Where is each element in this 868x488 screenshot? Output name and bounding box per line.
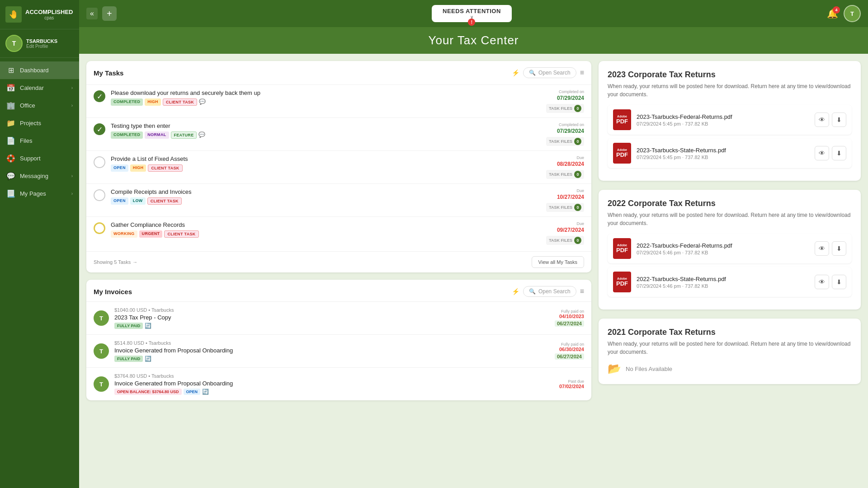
pdf-icon: Adobe PDF xyxy=(613,143,631,164)
table-row: Gather Compliance Records WORKING URGENT… xyxy=(86,216,591,249)
task-files-badge: TASK FILES 0 xyxy=(546,137,584,146)
task-files-badge: TASK FILES 0 xyxy=(546,203,584,212)
user-avatar-top[interactable]: T xyxy=(844,5,861,22)
files-icon: 📄 xyxy=(6,136,15,145)
tasks-card-header: My Tasks ⚡ 🔍 Open Search ≡ xyxy=(86,61,591,83)
view-file-button[interactable]: 👁 xyxy=(815,241,829,256)
chevron-right-icon: › xyxy=(71,174,73,178)
task-content: Testing type then enter COMPLETED NORMAL… xyxy=(111,122,541,139)
status-badge: FULLY PAID xyxy=(114,356,143,362)
filter-icon: ⚡ xyxy=(512,288,519,295)
sidebar-logo: 🤚 ACCOMPLISHED cpas xyxy=(0,0,79,29)
logo-text: ACCOMPLISHED cpas xyxy=(25,9,73,21)
chevron-right-icon: › xyxy=(71,103,73,108)
no-files-label: No Files Available xyxy=(626,366,672,372)
task-checkbox[interactable]: ✓ xyxy=(94,90,105,102)
sidebar-item-support[interactable]: 🛟 Support xyxy=(0,150,79,167)
recurring-icon: 🔄 xyxy=(145,323,151,329)
task-name: Compile Receipts and Invoices xyxy=(111,188,541,195)
avatar: T xyxy=(94,343,109,359)
sidebar-item-messaging[interactable]: 💬 Messaging › xyxy=(0,167,79,185)
file-meta: 07/29/2024 5:46 pm · 737.82 KB xyxy=(637,283,809,289)
file-meta: 07/29/2024 5:45 pm · 737.82 KB xyxy=(637,121,809,127)
avatar: T xyxy=(5,35,23,52)
arrow-icon: → xyxy=(132,259,137,265)
messaging-icon: 💬 xyxy=(6,172,15,180)
file-item: Adobe PDF 2023-Tsarbucks-Federal-Returns… xyxy=(608,105,852,135)
invoice-meta: Fully paid on 06/30/2024 06/27/2024 xyxy=(555,342,584,360)
view-all-tasks-button[interactable]: View all My Tasks xyxy=(532,256,584,268)
showing-text: Showing 5 Tasks → xyxy=(94,259,137,265)
sidebar-item-calendar[interactable]: 📅 Calendar › xyxy=(0,79,79,97)
sidebar-item-label: Calendar xyxy=(20,84,44,91)
search-icon: 🔍 xyxy=(529,288,536,295)
my-tasks-card: My Tasks ⚡ 🔍 Open Search ≡ ✓ xyxy=(86,61,591,272)
page-title: Your Tax Center xyxy=(88,33,859,47)
file-actions: 👁 ⬇ xyxy=(815,275,846,289)
invoice-content: $514.80 USD • Tsarbucks Invoice Generate… xyxy=(114,340,549,362)
download-file-button[interactable]: ⬇ xyxy=(832,113,846,127)
task-files-badge: TASK FILES 0 xyxy=(546,170,584,179)
sidebar-item-office[interactable]: 🏢 Office › xyxy=(0,97,79,114)
file-item: Adobe PDF 2022-Tsarbucks-Federal-Returns… xyxy=(608,234,852,263)
mypages-icon: 📃 xyxy=(6,189,15,198)
sidebar-item-dashboard[interactable]: ⊞ Dashboard xyxy=(0,61,79,79)
sidebar: 🤚 ACCOMPLISHED cpas T TSARBUCKS Edit Pro… xyxy=(0,0,79,488)
tasks-filter-button[interactable]: ≡ xyxy=(580,69,584,77)
office-icon: 🏢 xyxy=(6,101,15,110)
view-file-button[interactable]: 👁 xyxy=(815,146,829,160)
notification-button[interactable]: 🔔 4 xyxy=(827,8,838,19)
filter-icon: ⚡ xyxy=(512,69,519,76)
task-checkbox[interactable]: ✓ xyxy=(94,123,105,135)
pdf-icon: Adobe PDF xyxy=(613,238,631,259)
list-item: T $1040.00 USD • Tsarbucks 2023 Tax Prep… xyxy=(86,301,591,334)
dashboard-icon: ⊞ xyxy=(6,66,15,75)
invoices-header-right: ⚡ 🔍 Open Search ≡ xyxy=(512,286,584,297)
sidebar-item-mypages[interactable]: 📃 My Pages › xyxy=(0,185,79,202)
collapse-sidebar-button[interactable]: « xyxy=(86,8,98,19)
task-meta: Due 10/27/2024 TASK FILES 0 xyxy=(546,188,584,212)
view-file-button[interactable]: 👁 xyxy=(815,275,829,289)
task-checkbox[interactable] xyxy=(94,189,105,201)
status-badge: OPEN xyxy=(111,197,128,205)
invoice-name: Invoice Generated from Proposal Onboardi… xyxy=(114,380,554,387)
list-item: T $514.80 USD • Tsarbucks Invoice Genera… xyxy=(86,334,591,367)
task-badges: WORKING URGENT CLIENT TASK xyxy=(111,230,541,238)
avatar: T xyxy=(94,376,109,392)
file-name: 2023-Tsarbucks-Federal-Returns.pdf xyxy=(637,113,809,120)
needs-attention-banner[interactable]: NEEDS ATTENTION ∨ ! xyxy=(432,5,512,22)
task-name: Gather Compliance Records xyxy=(111,221,541,228)
chat-icon[interactable]: 💬 xyxy=(198,131,205,139)
tasks-search-placeholder: Open Search xyxy=(538,70,571,76)
task-badges: COMPLETED HIGH CLIENT TASK 💬 xyxy=(111,99,541,106)
tasks-search-box[interactable]: 🔍 Open Search xyxy=(523,67,576,78)
invoice-badges: OPEN BALANCE: $3764.80 USD OPEN 🔄 xyxy=(114,389,554,395)
sidebar-item-files[interactable]: 📄 Files xyxy=(0,132,79,150)
task-files-badge: TASK FILES 0 xyxy=(546,104,584,113)
download-file-button[interactable]: ⬇ xyxy=(832,241,846,256)
file-name: 2023-Tsarbucks-State-Returns.pdf xyxy=(637,147,809,154)
task-checkbox[interactable] xyxy=(94,156,105,168)
task-checkbox[interactable] xyxy=(94,222,105,234)
download-file-button[interactable]: ⬇ xyxy=(832,275,846,289)
invoice-amount: $1040.00 USD • Tsarbucks xyxy=(114,307,549,313)
add-button[interactable]: + xyxy=(102,6,117,21)
view-file-button[interactable]: 👁 xyxy=(815,113,829,127)
invoices-filter-button[interactable]: ≡ xyxy=(580,287,584,296)
task-meta: Due 08/28/2024 TASK FILES 0 xyxy=(546,155,584,179)
sidebar-profile[interactable]: T TSARBUCKS Edit Profile xyxy=(0,29,79,58)
invoice-name: Invoice Generated from Proposal Onboardi… xyxy=(114,347,549,354)
table-row: ✓ Testing type then enter COMPLETED NORM… xyxy=(86,117,591,150)
invoices-search-box[interactable]: 🔍 Open Search xyxy=(523,286,576,297)
chat-icon[interactable]: 💬 xyxy=(199,99,206,106)
chevron-right-icon: › xyxy=(71,191,73,196)
sidebar-item-projects[interactable]: 📁 Projects xyxy=(0,114,79,132)
status-badge: OPEN xyxy=(111,164,128,172)
file-info: 2022-Tsarbucks-State-Returns.pdf 07/29/2… xyxy=(637,276,809,289)
chevron-right-icon: › xyxy=(71,85,73,90)
file-meta: 07/29/2024 5:45 pm · 737.82 KB xyxy=(637,155,809,160)
file-meta: 07/29/2024 5:46 pm · 737.82 KB xyxy=(637,250,809,255)
file-info: 2023-Tsarbucks-State-Returns.pdf 07/29/2… xyxy=(637,147,809,160)
task-list: ✓ Please download your returns and secur… xyxy=(86,83,591,251)
download-file-button[interactable]: ⬇ xyxy=(832,146,846,160)
